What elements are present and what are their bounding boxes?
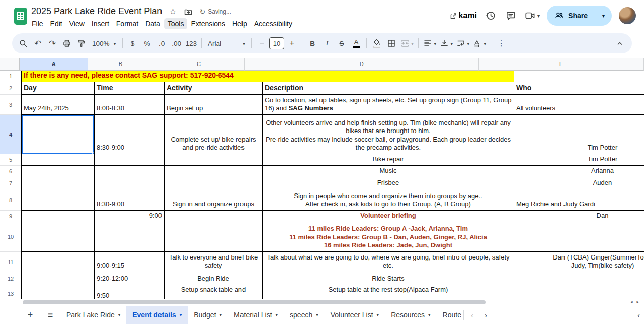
cell-a13[interactable] [21,285,95,300]
row-header-1[interactable]: 1 [0,71,21,82]
increase-decimals-button[interactable]: .00 [170,36,184,50]
row-header-2[interactable]: 2 [0,82,21,95]
cell-c7[interactable] [165,177,263,189]
menu-extensions[interactable]: Extensions [187,18,228,29]
account-avatar[interactable] [619,7,636,24]
sheets-logo-icon[interactable] [14,8,27,25]
cell-b5[interactable] [95,154,165,166]
cell-e9[interactable]: Dan [514,211,644,222]
column-header-e[interactable]: E [479,58,644,71]
cell-c10[interactable] [165,222,263,252]
column-header-b[interactable]: B [88,58,153,71]
tab-speech[interactable]: speech▾ [284,306,325,324]
cell-who-header[interactable]: Who [514,82,644,95]
cell-a1-notice[interactable]: If there is any need, please contact SAG… [21,71,514,82]
cell-e6[interactable]: Arianna [514,166,644,177]
row-header-7[interactable]: 7 [0,177,21,189]
cell-b8[interactable]: 8:30-9:00 [95,189,165,211]
menu-data[interactable]: Data [142,18,164,29]
menu-help[interactable]: Help [229,18,251,29]
meet-call-button[interactable]: ▾ [524,10,540,22]
cell-c12[interactable]: Begin Ride [165,272,263,285]
cell-c4[interactable]: Complete set up/ bike repairs and pre-ri… [165,115,263,154]
fill-color-icon[interactable] [370,36,384,50]
tab-resources[interactable]: Resources▾ [385,306,436,324]
cell-d6[interactable]: Music [263,166,514,177]
cell-b13[interactable]: 9:50 [95,285,165,300]
row-header-4[interactable]: 4 [0,115,21,154]
cell-c13[interactable]: Setup snack table and [165,285,263,300]
font-family-select[interactable]: Arial▾ [205,36,248,50]
cell-b4[interactable]: 8:30-9:00 [95,115,165,154]
cell-e10[interactable] [514,222,644,252]
cell-a10[interactable] [21,222,95,252]
zoom-select[interactable]: 100%▾ [89,36,119,50]
cell-activity-header[interactable]: Activity [165,82,263,95]
decrease-decimals-button[interactable]: .0 [155,36,169,50]
tab-material-list[interactable]: Material List▾ [228,306,284,324]
cell-e7[interactable]: Auden [514,177,644,189]
cell-a7[interactable] [21,177,95,189]
text-color-button[interactable]: A [349,36,363,50]
cell-b12[interactable]: 9:20-12:00 [95,272,165,285]
cell-d12[interactable]: Ride Starts [263,272,514,285]
cell-e1[interactable] [514,71,644,82]
tab-route[interactable]: Route [437,306,462,324]
cell-c9[interactable] [165,211,263,222]
cell-e5[interactable]: Tim Potter [514,154,644,166]
side-panel-collapse-icon[interactable]: ‹ [637,306,640,324]
row-header-12[interactable]: 12 [0,272,21,285]
cell-description-header[interactable]: Description [263,82,514,95]
text-wrap-icon[interactable]: ▾ [455,36,471,50]
cell-c11[interactable]: Talk to everyone and brief bike safety [165,252,263,272]
cell-b6[interactable] [95,166,165,177]
menu-tools[interactable]: Tools [164,18,188,29]
row-header-10[interactable]: 10 [0,222,21,252]
cell-d11[interactable]: Talk about what we are going to do, wher… [263,252,514,272]
cell-e11[interactable]: Dan (TCBA) Ginger(SummerTour) Judy, Tim(… [514,252,644,272]
cell-e3[interactable]: All volunteers [514,95,644,115]
decrease-font-size-button[interactable]: − [255,36,269,50]
cell-e12[interactable] [514,272,644,285]
cell-c8[interactable]: Sign in and organize groups [165,189,263,211]
collapse-toolbar-icon[interactable] [613,36,627,50]
menu-insert[interactable]: Insert [88,18,113,29]
cell-a12[interactable] [21,272,95,285]
cell-a11[interactable] [21,252,95,272]
cell-b11[interactable]: 9:00-9:15 [95,252,165,272]
borders-icon[interactable] [384,36,398,50]
horizontal-scrollbar-thumb[interactable] [23,300,486,304]
more-formats-button[interactable]: 123 [184,36,199,50]
cell-d3[interactable]: Go to location, set up tables, sign up s… [263,95,514,115]
cell-e13[interactable] [514,285,644,300]
tab-volunteer-list[interactable]: Volunteer List▾ [325,306,385,324]
scroll-right-icon[interactable]: ▸ [636,299,639,304]
row-header-6[interactable]: 6 [0,166,21,177]
cell-c6[interactable] [165,166,263,177]
menu-accessibility[interactable]: Accessibility [251,18,296,29]
menu-format[interactable]: Format [113,18,142,29]
tab-budget[interactable]: Budget▾ [188,306,228,324]
cell-a6[interactable] [21,166,95,177]
cell-b7[interactable] [95,177,165,189]
row-header-5[interactable]: 5 [0,154,21,166]
increase-font-size-button[interactable]: + [285,36,299,50]
print-icon[interactable] [60,36,74,50]
cell-d13[interactable]: Setup table at the rest stop(Alpaca Farm… [263,285,514,300]
cell-c5[interactable] [165,154,263,166]
version-history-icon[interactable] [484,9,497,22]
cell-d9[interactable]: Volunteer briefing [263,211,514,222]
cell-a5[interactable] [21,154,95,166]
redo-icon[interactable]: ↷ [45,36,59,50]
cell-b3[interactable]: 8:00-8:30 [95,95,165,115]
select-all-corner[interactable] [0,58,20,71]
column-header-a[interactable]: A [20,58,88,71]
row-header-11[interactable]: 11 [0,252,21,272]
tab-park-lake-ride[interactable]: Park Lake Ride▾ [60,306,126,324]
next-sheets-icon[interactable]: › [485,311,487,319]
share-button[interactable]: Share [547,11,595,20]
cell-d4[interactable]: Other volunteers arrive and help finish … [263,115,514,154]
add-sheet-icon[interactable]: + [20,306,40,324]
cell-b10[interactable] [95,222,165,252]
more-options-icon[interactable]: ⋮ [494,36,508,50]
